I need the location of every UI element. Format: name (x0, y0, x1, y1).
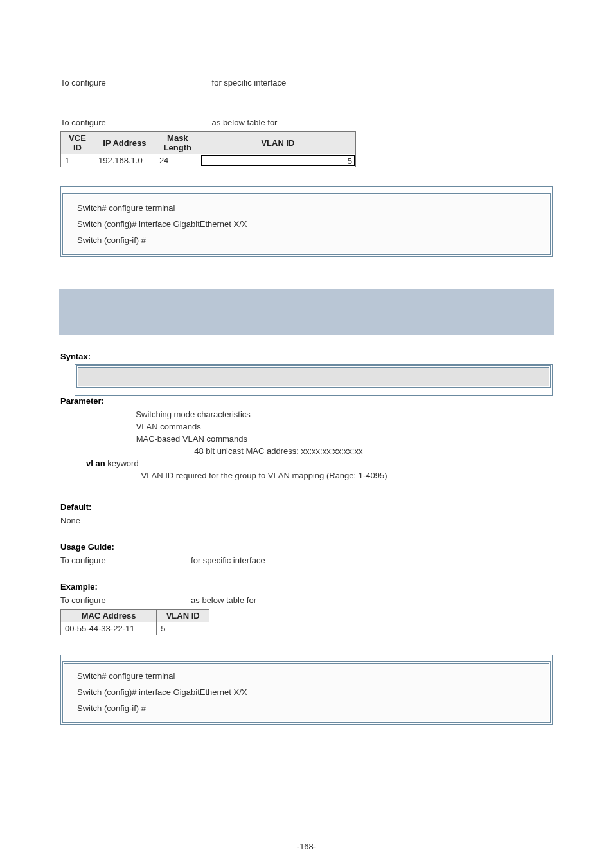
td-vce-id: 1 (61, 154, 94, 167)
td-mask: 24 (155, 154, 200, 167)
code-block-2: Switch# configure terminal Switch (confi… (60, 655, 553, 725)
code-block-1: Switch# configure terminal Switch (confi… (60, 186, 553, 257)
syntax-box: switchport vlan mac <mac_addr> vlan <vid… (75, 364, 553, 396)
th-ip-address: IP Address (94, 132, 155, 154)
usage-guide-hdr-2: Usage Guide: (60, 542, 553, 552)
th-vlan: VLAN ID (157, 610, 209, 622)
example-line-2: To configure switchport vlan mac as belo… (60, 595, 553, 605)
code-line: Switch (config)# interface GigabitEthern… (77, 219, 536, 229)
code-line: Switch (config)# interface GigabitEthern… (77, 687, 536, 697)
th-mac: MAC Address (61, 610, 157, 622)
code-line: Switch# configure terminal (77, 203, 536, 213)
param-vlan-keyword: vl an keyword (60, 458, 553, 468)
td-ip: 192.168.1.0 (94, 154, 155, 167)
code-line: Switch (config-if) # switchport vlan mac… (77, 703, 536, 713)
default-value: None (60, 516, 553, 525)
table-row: 00-55-44-33-22-11 5 (61, 622, 209, 635)
vlan-id-input[interactable]: 5 (201, 155, 355, 166)
section-header-bar: 4.2.69.14 switchport vlan mac (59, 289, 554, 335)
code-line: Switch# configure terminal (77, 671, 536, 681)
param-vid: <vid> VLAN ID required for the group to … (60, 471, 553, 480)
usage-guide-line-1: To configure switchport vlan ip-subnet f… (60, 78, 553, 87)
default-hdr: Default: (60, 502, 553, 512)
parameter-hdr: Parameter: (60, 396, 553, 406)
param-switchport: switchport Switching mode characteristic… (60, 410, 553, 419)
code-line: Switch (config-if) # switchport vlan ip-… (77, 235, 536, 245)
td-vlan: 5 (157, 622, 209, 635)
table-row: MAC Address VLAN ID (61, 610, 209, 622)
example-hdr-1: Example: (60, 104, 553, 114)
mac-table: MAC Address VLAN ID 00-55-44-33-22-11 5 (60, 609, 209, 635)
table-row: VCE ID IP Address Mask Length VLAN ID (61, 132, 356, 154)
th-vlan-id: VLAN ID (200, 132, 355, 154)
usage-guide-line-2: To configure switchport vlan mac for spe… (60, 556, 553, 565)
th-mask-length: Mask Length (155, 132, 200, 154)
table-row: 1 192.168.1.0 24 5 (61, 154, 356, 167)
page: Usage Guide: To configure switchport vla… (0, 0, 613, 868)
td-mac: 00-55-44-33-22-11 (61, 622, 157, 635)
td-vlan-id: 5 (200, 154, 355, 167)
param-mac: mac MAC-based VLAN commands (60, 434, 553, 444)
param-mac-addr: <mac_addr> 48 bit unicast MAC address: x… (60, 446, 553, 456)
example-line-1: To configure switchport vlan ip-subnet a… (60, 118, 553, 127)
ip-subnet-table: VCE ID IP Address Mask Length VLAN ID 1 … (60, 131, 356, 167)
th-vce-id: VCE ID (61, 132, 94, 154)
syntax-hdr: Syntax: (60, 352, 553, 361)
example-hdr-2: Example: (60, 582, 553, 592)
syntax-text: switchport vlan mac <mac_addr> vlan <vid… (86, 372, 261, 381)
usage-guide-hdr-1: Usage Guide: (60, 64, 553, 74)
param-vlan: vlan VLAN commands (60, 422, 553, 431)
page-number: -168- (0, 842, 613, 851)
